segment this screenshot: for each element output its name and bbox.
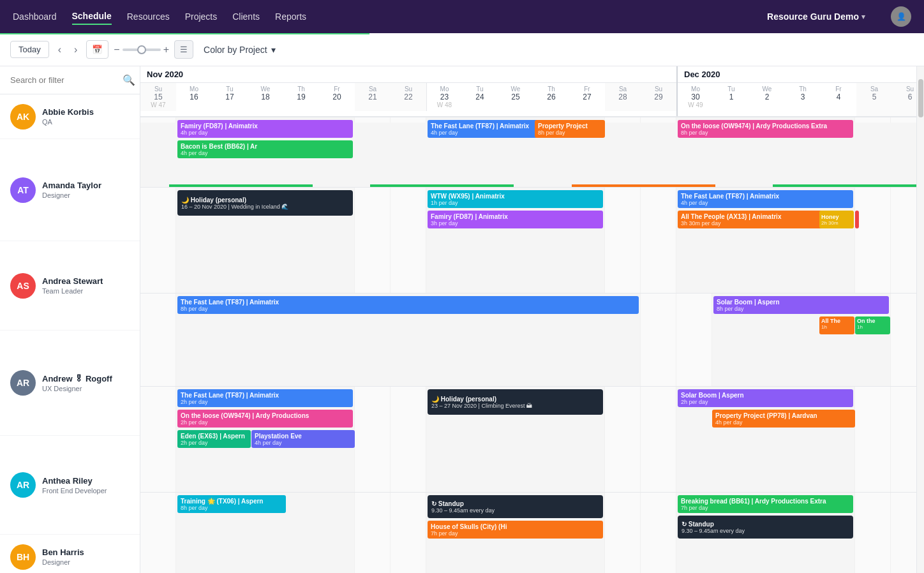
andrea-w49: Solar Boom | Aspern 8h per day All The 1… <box>712 294 891 386</box>
next-button[interactable]: › <box>70 41 81 58</box>
nov-label: Nov 2020 <box>140 66 676 83</box>
anthea-sa28 <box>605 493 641 573</box>
person-role-andrea: Team Leader <box>42 287 103 295</box>
week48-block: Mo 23 W 48 Tu 24 . We <box>426 83 676 111</box>
andrew-event-tfl-w47[interactable]: The Fast Lane (TF87) | Animatrix 2h per … <box>177 389 353 407</box>
day-su29: Su 29 . <box>641 83 676 111</box>
abbie-su15 <box>140 117 176 123</box>
week49-days: Mo 30 W 49 Tu 1 . We 2 <box>678 83 916 116</box>
today-button[interactable]: Today <box>10 41 49 58</box>
person-name-abbie: Abbie Korbis <box>42 107 94 117</box>
day-tu24: Tu 24 . <box>462 83 498 111</box>
anthea-standup-w48[interactable]: ↻ Standup 9.30 – 9.45am every day <box>428 495 603 518</box>
zoom-in-button[interactable]: + <box>163 44 169 56</box>
amanda-event-breakin[interactable] <box>855 211 859 228</box>
andrew-sa5 <box>855 387 891 492</box>
anthea-sa21 <box>355 493 391 573</box>
nav-item-dashboard[interactable]: Dashboard <box>13 9 57 24</box>
person-row-anthea[interactable]: AR Anthea Riley Front End Developer <box>0 436 140 535</box>
andrea-sa28 <box>641 294 676 386</box>
person-info-ben: Ben Harris Designer <box>42 547 84 566</box>
person-row-abbie[interactable]: AK Abbie Korbis QA <box>0 94 140 139</box>
anthea-su15 <box>140 493 176 573</box>
amanda-event-tfl-w49[interactable]: The Fast Lane (TF87) | Animatrix 4h per … <box>678 190 853 208</box>
dec-label: Dec 2020 <box>678 66 916 83</box>
abbie-event-bacon[interactable]: Bacon is Best (BB62) | Ar 4h per day <box>177 140 353 158</box>
prev-button[interactable]: ‹ <box>54 41 65 58</box>
search-input[interactable] <box>10 75 117 85</box>
anthea-row: Training 🌟 (TX06) | Aspern 8h per day ↻ … <box>140 493 916 573</box>
top-nav: Dashboard Schedule Resources Projects Cl… <box>0 0 924 33</box>
amanda-holiday[interactable]: 🌙 Holiday (personal) 16 – 20 Nov 2020 | … <box>177 190 353 216</box>
andrea-days: The Fast Lane (TF87) | Animatrix 8h per … <box>140 294 916 386</box>
abbie-event-ontheloose[interactable]: On the loose (OW9474) | Ardy Productions… <box>678 120 853 138</box>
calendar-area[interactable]: Nov 2020 Su 15 W 47 <box>140 66 916 573</box>
person-role-abbie: QA <box>42 118 94 126</box>
andrea-event-onthe[interactable]: On the 1h <box>855 316 890 334</box>
search-bar[interactable]: 🔍 <box>0 66 140 94</box>
andrew-row: The Fast Lane (TF87) | Animatrix 2h per … <box>140 387 916 493</box>
person-row-amanda[interactable]: AT Amanda Taylor Designer <box>0 139 140 241</box>
anthea-w48: ↻ Standup 9.30 – 9.45am every day House … <box>426 493 605 573</box>
anthea-event-bread[interactable]: Breaking bread (BB61) | Ardy Productions… <box>678 495 853 513</box>
zoom-out-button[interactable]: − <box>114 44 119 56</box>
avatar-andrew: AR <box>10 370 36 396</box>
person-name-amanda: Amanda Taylor <box>42 181 101 190</box>
andrew-holiday[interactable]: 🌙 Holiday (personal) 23 – 27 Nov 2020 | … <box>428 389 603 415</box>
scrollbar[interactable] <box>916 66 924 573</box>
amanda-sa28 <box>605 188 641 293</box>
day-th19: Th 19 . <box>283 83 319 111</box>
person-name-andrea: Andrea Stewart <box>42 276 103 286</box>
abbie-sa21 <box>355 117 391 123</box>
search-icon: 🔍 <box>123 74 135 86</box>
sidebar: 🔍 AK Abbie Korbis QA AT Amanda Taylor De… <box>0 66 140 573</box>
list-view-button[interactable]: ☰ <box>174 40 193 59</box>
person-row-andrea[interactable]: AS Andrea Stewart Team Leader <box>0 241 140 331</box>
person-role-amanda: Designer <box>42 191 101 199</box>
person-name-anthea: Anthea Riley <box>42 476 107 486</box>
avatar[interactable]: 👤 <box>891 6 911 27</box>
andrew-event-property[interactable]: Property Project (PP78) | Aardvan 4h per… <box>712 410 855 428</box>
nav-item-clients[interactable]: Clients <box>232 9 260 24</box>
andrew-event-playstation[interactable]: Playstation Eve 4h per day <box>251 430 355 448</box>
andrew-event-ontheloose-w47[interactable]: On the loose (OW9474) | Ardy Productions… <box>177 410 353 428</box>
andrea-event-tfl[interactable]: The Fast Lane (TF87) | Animatrix 8h per … <box>177 296 639 314</box>
andrew-su15 <box>140 387 176 492</box>
person-name-ben: Ben Harris <box>42 547 84 557</box>
day-fr20: Fr 20 . <box>319 83 355 111</box>
andrew-su29 <box>641 387 676 492</box>
person-info-anthea: Anthea Riley Front End Developer <box>42 476 107 495</box>
main-layout: 🔍 AK Abbie Korbis QA AT Amanda Taylor De… <box>0 66 924 573</box>
amanda-event-wtw[interactable]: WTW (WX95) | Animatrix 1h per day <box>428 190 603 208</box>
person-row-ben[interactable]: BH Ben Harris Designer <box>0 535 140 573</box>
abbie-event-property[interactable]: Property Project 8h per day <box>535 120 605 138</box>
andrew-event-solar[interactable]: Solar Boom | Aspern 2h per day <box>678 389 853 407</box>
abbie-sa5 <box>855 117 891 123</box>
anthea-su6 <box>891 493 916 573</box>
amanda-sa5 <box>855 188 891 293</box>
andrea-event-solar[interactable]: Solar Boom | Aspern 8h per day <box>713 296 889 314</box>
amanda-event-famiry-w48[interactable]: Famiry (FD87) | Animatrix 3h per day <box>428 211 603 228</box>
anthea-sa5 <box>855 493 891 573</box>
amanda-event-honey[interactable]: Honey 2h 30m <box>819 211 854 228</box>
color-by-button[interactable]: Color by Project ▾ <box>204 45 276 55</box>
nav-item-schedule[interactable]: Schedule <box>72 8 112 25</box>
anthea-event-houseofskulls[interactable]: House of Skulls (City) (Hi 7h per day <box>428 521 603 539</box>
nav-item-reports[interactable]: Reports <box>275 9 306 24</box>
day-fr27: Fr 27 . <box>569 83 605 111</box>
nav-item-resources[interactable]: Resources <box>127 9 170 24</box>
andrew-days: The Fast Lane (TF87) | Animatrix 2h per … <box>140 387 916 492</box>
andrea-event-allthe[interactable]: All The 1h <box>819 316 854 334</box>
andrea-su29 <box>676 294 712 386</box>
andrew-event-eden[interactable]: Eden (EX63) | Aspern 2h per day <box>177 430 251 448</box>
calendar-view-button[interactable]: 📅 <box>86 40 108 59</box>
day-sa28: Sa 28 . <box>605 83 641 111</box>
abbie-event-famiry[interactable]: Famiry (FD87) | Animatrix 4h per day <box>177 120 353 138</box>
anthea-event-training[interactable]: Training 🌟 (TX06) | Aspern 8h per day <box>177 495 286 513</box>
day-th3: Th 3 . <box>785 83 821 116</box>
nav-item-projects[interactable]: Projects <box>185 9 218 24</box>
person-row-andrew[interactable]: AR Andrew 🎖 Rogoff UX Designer <box>0 331 140 436</box>
nav-brand[interactable]: Resource Guru Demo ▾ <box>767 11 865 22</box>
anthea-standup-w49[interactable]: ↻ Standup 9.30 – 9.45am every day <box>678 516 853 539</box>
day-su6: Su 6 . <box>892 83 916 116</box>
